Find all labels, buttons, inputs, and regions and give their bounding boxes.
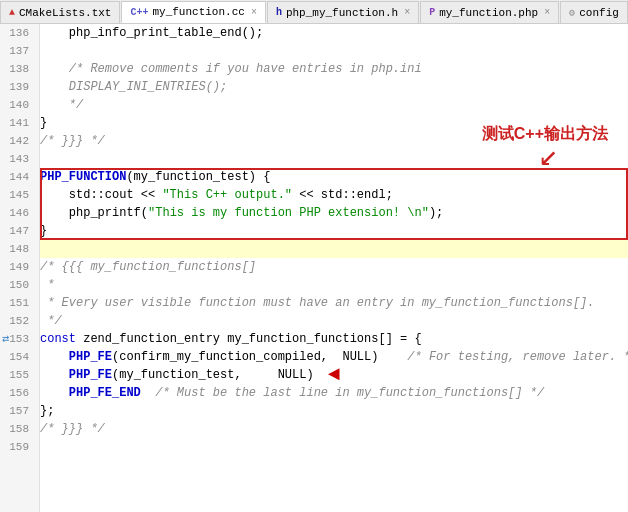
- line-number-147: 147: [0, 222, 35, 240]
- code-line-139: DISPLAY_INI_ENTRIES();: [40, 78, 628, 96]
- code-line-150: *: [40, 276, 628, 294]
- line-num-label: 151: [9, 294, 35, 312]
- line-number-136: 136: [0, 24, 35, 42]
- code-line-152: */: [40, 312, 628, 330]
- line-number-150: 150: [0, 276, 35, 294]
- line-num-label: 155: [9, 366, 35, 384]
- line-num-label: 153: [9, 330, 35, 348]
- line-num-label: 150: [9, 276, 35, 294]
- php-icon: P: [429, 7, 435, 18]
- code-line-142: /* }}} */: [40, 132, 628, 150]
- code-line-156: PHP_FE_END /* Must be the last line in m…: [40, 384, 628, 402]
- cpp-icon: C++: [130, 7, 148, 18]
- line-number-156: 156: [0, 384, 35, 402]
- line-number-154: 154: [0, 348, 35, 366]
- line-num-label: 159: [9, 438, 35, 456]
- line-num-label: 158: [9, 420, 35, 438]
- line-num-label: 136: [9, 24, 35, 42]
- code-line-147: }: [40, 222, 628, 240]
- code-line-151: * Every user visible function must have …: [40, 294, 628, 312]
- h-icon: h: [276, 7, 282, 18]
- line-num-label: 157: [9, 402, 35, 420]
- tab-label: CMakeLists.txt: [19, 7, 111, 19]
- line-number-141: 141: [0, 114, 35, 132]
- line-number-146: 146: [0, 204, 35, 222]
- tab-my_function_php[interactable]: Pmy_function.php×: [420, 1, 559, 23]
- tab-label: my_function.php: [439, 7, 538, 19]
- code-line-141: }: [40, 114, 628, 132]
- tab-close-button[interactable]: ×: [404, 7, 410, 18]
- code-line-145: std::cout << "This C++ output." << std::…: [40, 186, 628, 204]
- tab-myfunction_cc[interactable]: C++my_function.cc×: [121, 1, 265, 23]
- config-icon: ⚙: [569, 7, 575, 19]
- line-num-label: 137: [9, 42, 35, 60]
- code-line-146: php_printf("This is my function PHP exte…: [40, 204, 628, 222]
- line-num-label: 145: [9, 186, 35, 204]
- line-num-label: 143: [9, 150, 35, 168]
- line-num-label: 154: [9, 348, 35, 366]
- code-line-138: /* Remove comments if you have entries i…: [40, 60, 628, 78]
- line-num-label: 140: [9, 96, 35, 114]
- line-num-label: 142: [9, 132, 35, 150]
- line-number-144: 144: [0, 168, 35, 186]
- code-line-143: [40, 150, 628, 168]
- tab-close-button[interactable]: ×: [544, 7, 550, 18]
- code-line-155: PHP_FE(my_function_test, NULL) ◄: [40, 366, 628, 384]
- line-number-158: 158: [0, 420, 35, 438]
- editor: 1361371381391401411421431441451461471481…: [0, 24, 628, 512]
- code-line-153: const zend_function_entry my_function_fu…: [40, 330, 628, 348]
- line-number-140: 140: [0, 96, 35, 114]
- tab-bar: ▲CMakeLists.txtC++my_function.cc×hphp_my…: [0, 0, 628, 24]
- line-number-143: 143: [0, 150, 35, 168]
- line-num-label: 148: [9, 240, 35, 258]
- line-num-label: 144: [9, 168, 35, 186]
- line-number-149: 149: [0, 258, 35, 276]
- tab-cmake[interactable]: ▲CMakeLists.txt: [0, 1, 120, 23]
- cmake-icon: ▲: [9, 7, 15, 18]
- line-num-label: 139: [9, 78, 35, 96]
- code-area: 1361371381391401411421431441451461471481…: [0, 24, 628, 512]
- line-num-label: 146: [9, 204, 35, 222]
- line-number-159: 159: [0, 438, 35, 456]
- code-line-158: /* }}} */: [40, 420, 628, 438]
- code-line-157: };: [40, 402, 628, 420]
- line-num-label: 141: [9, 114, 35, 132]
- tab-label: php_my_function.h: [286, 7, 398, 19]
- line-num-label: 152: [9, 312, 35, 330]
- line-number-137: 137: [0, 42, 35, 60]
- line-number-153: ⇄153: [0, 330, 35, 348]
- gutter-arrow-icon: ⇄: [2, 330, 9, 348]
- code-line-159: [40, 438, 628, 456]
- line-numbers: 1361371381391401411421431441451461471481…: [0, 24, 40, 512]
- line-number-145: 145: [0, 186, 35, 204]
- line-number-148: 148: [0, 240, 35, 258]
- line-number-138: 138: [0, 60, 35, 78]
- tab-label: config: [579, 7, 619, 19]
- line-number-142: 142: [0, 132, 35, 150]
- code-line-137: [40, 42, 628, 60]
- line-number-139: 139: [0, 78, 35, 96]
- tab-close-button[interactable]: ×: [251, 7, 257, 18]
- line-num-label: 138: [9, 60, 35, 78]
- tab-label: my_function.cc: [152, 6, 244, 18]
- code-line-136: php_info_print_table_end();: [40, 24, 628, 42]
- line-num-label: 149: [9, 258, 35, 276]
- line-number-152: 152: [0, 312, 35, 330]
- line-number-155: 155: [0, 366, 35, 384]
- line-number-151: 151: [0, 294, 35, 312]
- line-num-label: 156: [9, 384, 35, 402]
- tab-config[interactable]: ⚙config: [560, 1, 628, 23]
- line-num-label: 147: [9, 222, 35, 240]
- code-line-149: /* {{{ my_function_functions[]: [40, 258, 628, 276]
- code-line-148: [40, 240, 628, 258]
- code-line-140: */: [40, 96, 628, 114]
- line-number-157: 157: [0, 402, 35, 420]
- code-line-144: PHP_FUNCTION(my_function_test) {: [40, 168, 628, 186]
- tab-php_my_function_h[interactable]: hphp_my_function.h×: [267, 1, 419, 23]
